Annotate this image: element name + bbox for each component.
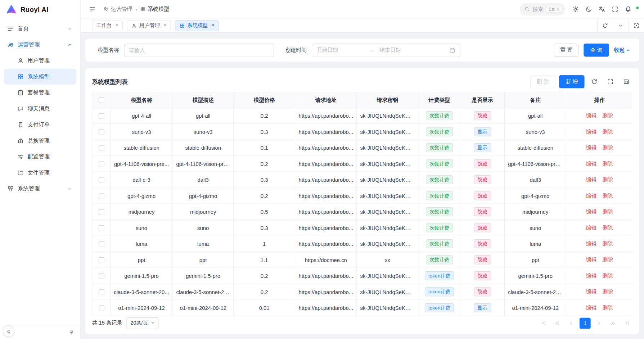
sidebar-item-redeem-management[interactable]: 兑换管理 xyxy=(4,132,76,148)
pagination-last-button[interactable] xyxy=(621,317,632,329)
edit-link[interactable]: 编辑 xyxy=(586,112,597,118)
delete-link[interactable]: 删除 xyxy=(602,193,613,199)
sidebar-item-system-management[interactable]: 系统管理 xyxy=(4,181,76,196)
batch-delete-button[interactable]: 删 除 xyxy=(530,75,555,88)
edit-link[interactable]: 编辑 xyxy=(586,304,597,311)
column-settings-button[interactable] xyxy=(620,76,632,88)
delete-link[interactable]: 删除 xyxy=(602,289,613,295)
sidebar-item-payment-orders[interactable]: 支付订单 xyxy=(4,117,76,132)
row-checkbox[interactable] xyxy=(98,305,104,311)
edit-link[interactable]: 编辑 xyxy=(586,289,597,295)
edit-link[interactable]: 编辑 xyxy=(586,208,597,214)
delete-link[interactable]: 删除 xyxy=(602,176,613,182)
sidebar-item-config-management[interactable]: 配置管理 xyxy=(4,149,76,164)
notifications-button[interactable] xyxy=(622,3,634,15)
pagination-page-1[interactable]: 1 xyxy=(580,317,591,329)
pagination-next5-button[interactable] xyxy=(607,317,618,329)
select-all-checkbox[interactable] xyxy=(98,98,104,103)
logo[interactable]: Ruoyi AI xyxy=(0,0,80,19)
row-checkbox[interactable] xyxy=(98,225,104,231)
collapse-filters-link[interactable]: 收起 xyxy=(614,46,631,54)
table-row: dall-e-3 dall3 0.3 https://api.pandarobo… xyxy=(93,172,632,188)
reload-table-button[interactable] xyxy=(588,76,600,88)
close-icon[interactable]: × xyxy=(115,23,118,28)
edit-link[interactable]: 编辑 xyxy=(586,144,597,150)
tab-system-model[interactable]: 系统模型 × xyxy=(175,20,219,31)
close-icon[interactable]: × xyxy=(211,23,215,28)
language-button[interactable] xyxy=(595,3,608,15)
row-checkbox[interactable] xyxy=(98,257,104,263)
row-checkbox[interactable] xyxy=(98,177,104,183)
delete-link[interactable]: 删除 xyxy=(602,144,613,150)
pin-icon[interactable] xyxy=(69,329,75,335)
breadcrumb-system-model[interactable]: 系统模型 xyxy=(140,5,169,13)
row-checkbox[interactable] xyxy=(98,273,104,279)
row-checkbox[interactable] xyxy=(98,129,104,135)
pagination-first-button[interactable] xyxy=(537,317,549,329)
edit-link[interactable]: 编辑 xyxy=(586,272,597,279)
cell-remark: ppt xyxy=(505,252,566,268)
edit-link[interactable]: 编辑 xyxy=(586,257,597,263)
edit-link[interactable]: 编辑 xyxy=(586,128,597,135)
tab-options-button[interactable] xyxy=(613,18,628,32)
cell-model-desc: suno-v3 xyxy=(173,124,234,140)
grid-icon xyxy=(140,6,146,12)
date-range-picker[interactable]: 开始日期 → 结束日期 xyxy=(312,43,460,57)
sidebar-item-file-management[interactable]: 文件管理 xyxy=(4,164,76,180)
tab-user-management[interactable]: 用户管理 × xyxy=(127,20,171,31)
row-checkbox[interactable] xyxy=(98,289,104,295)
close-icon[interactable]: × xyxy=(163,23,166,28)
fullscreen-button[interactable] xyxy=(609,3,621,15)
sidebar-item-user-management[interactable]: 用户管理 xyxy=(4,53,76,68)
pagination-prev-button[interactable] xyxy=(566,317,577,329)
pagination-next-button[interactable] xyxy=(594,317,605,329)
delete-link[interactable]: 删除 xyxy=(602,112,613,118)
pagination-bar: 共 15 条记录 20条/页 1 xyxy=(92,317,632,329)
sidebar-item-package-management[interactable]: 套餐管理 xyxy=(4,85,76,100)
delete-link[interactable]: 删除 xyxy=(602,304,613,311)
row-checkbox[interactable] xyxy=(98,241,104,247)
add-button[interactable]: 新 增 xyxy=(559,75,584,88)
model-name-input[interactable] xyxy=(129,47,269,53)
query-button[interactable]: 查 询 xyxy=(584,44,609,56)
sidebar-collapse-button[interactable]: « xyxy=(3,325,14,337)
sidebar-item-operations[interactable]: 运营管理 xyxy=(4,36,76,52)
row-checkbox[interactable] xyxy=(98,145,104,151)
delete-link[interactable]: 删除 xyxy=(602,161,613,167)
table-row: suno-v3 suno-v3 0.3 https://api.pandarob… xyxy=(93,124,632,140)
row-checkbox[interactable] xyxy=(98,193,104,199)
page-size-select[interactable]: 20条/页 xyxy=(126,317,158,329)
delete-link[interactable]: 删除 xyxy=(602,225,613,231)
delete-link[interactable]: 删除 xyxy=(602,128,613,135)
edit-link[interactable]: 编辑 xyxy=(586,225,597,231)
edit-link[interactable]: 编辑 xyxy=(586,193,597,199)
chevron-down-icon xyxy=(67,186,73,191)
global-search[interactable]: 搜索 Ctrl K xyxy=(519,3,565,15)
settings-button[interactable] xyxy=(569,3,581,15)
delete-link[interactable]: 删除 xyxy=(602,240,613,247)
col-visibility: 是否显示 xyxy=(460,92,505,108)
delete-link[interactable]: 删除 xyxy=(602,257,613,263)
reset-button[interactable]: 重 置 xyxy=(554,44,579,56)
dark-mode-button[interactable] xyxy=(582,3,595,15)
edit-link[interactable]: 编辑 xyxy=(586,240,597,247)
sidebar-item-system-model[interactable]: 系统模型 xyxy=(4,68,76,84)
sidebar-toggle-button[interactable] xyxy=(86,3,98,15)
sidebar-item-home[interactable]: 首页 xyxy=(4,21,76,36)
billing-type-tag: 次数计费 xyxy=(426,175,453,184)
edit-link[interactable]: 编辑 xyxy=(586,161,597,167)
delete-link[interactable]: 删除 xyxy=(602,272,613,279)
sidebar-item-chat-messages[interactable]: 聊天消息 xyxy=(4,100,76,116)
edit-link[interactable]: 编辑 xyxy=(586,176,597,182)
content-fullscreen-button[interactable] xyxy=(629,18,644,32)
table-fullscreen-button[interactable] xyxy=(604,76,616,88)
breadcrumb-operations[interactable]: 运营管理 xyxy=(103,5,132,13)
search-shortcut: Ctrl K xyxy=(546,5,562,12)
row-checkbox[interactable] xyxy=(98,161,104,167)
row-checkbox[interactable] xyxy=(98,113,104,119)
refresh-page-button[interactable] xyxy=(597,18,613,32)
pagination-prev5-button[interactable] xyxy=(551,317,563,329)
tab-workbench[interactable]: 工作台 × xyxy=(92,20,123,31)
delete-link[interactable]: 删除 xyxy=(602,208,613,214)
row-checkbox[interactable] xyxy=(98,209,104,215)
